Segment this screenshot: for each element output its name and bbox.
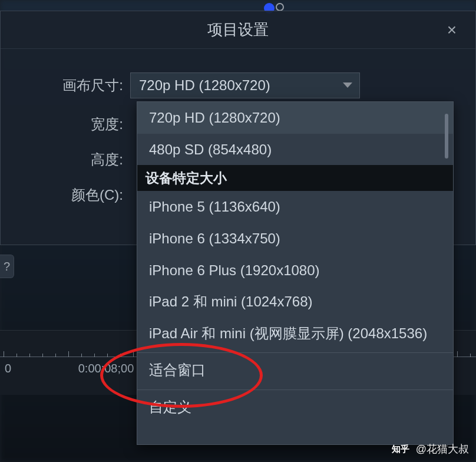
scrollbar-thumb[interactable] (445, 114, 448, 159)
close-icon: × (447, 21, 457, 39)
playhead-ring-icon (276, 3, 284, 11)
tick (4, 351, 4, 357)
height-label: 高度: (1, 150, 130, 169)
canvas-size-select[interactable]: 720p HD (1280x720) (130, 72, 360, 98)
dropdown-option[interactable]: 720p HD (1280x720) (137, 102, 453, 134)
tick (55, 354, 56, 357)
dropdown-option[interactable]: 480p SD (854x480) (137, 134, 453, 166)
width-label: 宽度: (1, 115, 130, 134)
zhihu-logo-icon: 知乎 (390, 444, 411, 454)
dropdown-option[interactable]: 自定义 (137, 390, 453, 423)
dropdown-option[interactable]: iPhone 6 (1334x750) (137, 223, 453, 255)
dropdown-option[interactable]: iPhone 6 Plus (1920x1080) (137, 255, 453, 286)
chevron-down-icon (343, 82, 352, 88)
tick (120, 354, 121, 357)
tick (470, 354, 471, 357)
color-label: 颜色(C): (1, 186, 130, 204)
help-icon: ? (4, 260, 10, 273)
tick (94, 354, 95, 357)
row-canvas-size: 画布尺寸: 720p HD (1280x720) (1, 72, 452, 98)
tick (16, 354, 17, 357)
watermark-text: @花猫大叔 (416, 442, 469, 456)
dropdown-option[interactable]: iPhone 5 (1136x640) (137, 191, 453, 223)
tick (133, 351, 134, 357)
dropdown-option[interactable]: iPad Air 和 mini (视网膜显示屏) (2048x1536) (137, 318, 453, 349)
scrollbar-track[interactable] (447, 108, 451, 296)
tick (81, 354, 82, 357)
close-button[interactable]: × (442, 21, 461, 39)
timecode-start: 0 (5, 362, 11, 375)
dropdown-option[interactable]: 适合窗口 (137, 352, 453, 386)
canvas-size-value: 720p HD (1280x720) (139, 77, 270, 94)
tick (457, 351, 458, 357)
tick (107, 354, 108, 357)
dialog-title: 项目设置 (207, 19, 269, 40)
tick (42, 354, 43, 357)
canvas-size-label: 画布尺寸: (1, 76, 130, 95)
tick (68, 351, 69, 357)
dialog-header: 项目设置 × (1, 11, 475, 49)
help-button[interactable]: ? (0, 255, 14, 278)
dropdown-option[interactable]: iPad 2 和 mini (1024x768) (137, 286, 453, 318)
dropdown-group-header: 设备特定大小 (137, 165, 453, 191)
canvas-size-dropdown: 720p HD (1280x720)480p SD (854x480)设备特定大… (137, 101, 454, 445)
timecode-1: 0:00:08;00 (78, 362, 134, 375)
tick (29, 354, 30, 357)
watermark: 知乎 @花猫大叔 (390, 442, 469, 456)
